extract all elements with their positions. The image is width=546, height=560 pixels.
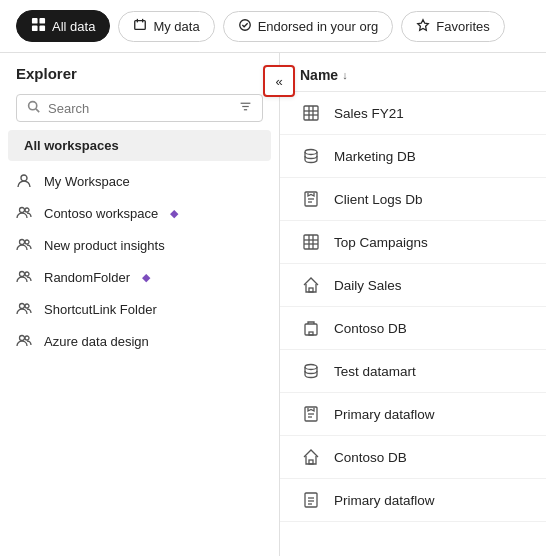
svg-rect-47 [309, 332, 313, 335]
tab-my-data[interactable]: My data [118, 11, 214, 42]
search-box [16, 94, 263, 122]
sidebar-item-random[interactable]: RandomFolder ◆ [0, 261, 279, 293]
svg-rect-4 [135, 20, 146, 29]
sidebar-item-my-workspace[interactable]: My Workspace [0, 165, 279, 197]
sort-icon: ↓ [342, 69, 348, 81]
search-container [0, 90, 279, 130]
diamond-icon: ◆ [170, 207, 178, 220]
tab-my-data-label: My data [153, 19, 199, 34]
house-icon-2 [300, 448, 322, 466]
sidebar: Explorer « All worksp [0, 53, 280, 556]
data-item-contoso-db-2[interactable]: Contoso DB [280, 436, 546, 479]
svg-point-48 [305, 365, 317, 370]
svg-point-18 [25, 240, 29, 244]
grid-icon-2 [300, 233, 322, 251]
group-icon-new-product [16, 237, 34, 253]
svg-rect-52 [309, 460, 313, 464]
data-item-client-logs[interactable]: Client Logs Db [280, 178, 546, 221]
svg-rect-40 [305, 324, 317, 335]
db-icon-1 [300, 147, 322, 165]
item-label: Sales FY21 [334, 106, 404, 121]
svg-point-23 [20, 336, 25, 341]
grid-icon-1 [300, 104, 322, 122]
all-workspaces-item[interactable]: All workspaces [8, 130, 271, 161]
name-column-header[interactable]: Name ↓ [300, 67, 348, 83]
group-icon-azure [16, 333, 34, 349]
person-icon [16, 173, 34, 189]
data-item-test-datamart[interactable]: Test datamart [280, 350, 546, 393]
top-nav: All data My data Endorsed in your org Fa… [0, 0, 546, 53]
tab-endorsed[interactable]: Endorsed in your org [223, 11, 394, 42]
svg-rect-3 [39, 25, 45, 31]
item-label: Top Campaigns [334, 235, 428, 250]
svg-point-14 [21, 175, 27, 181]
data-item-top-campaigns[interactable]: Top Campaigns [280, 221, 546, 264]
svg-point-20 [25, 272, 29, 276]
svg-marker-8 [418, 19, 429, 30]
sidebar-item-label: ShortcutLink Folder [44, 302, 157, 317]
data-item-primary-dataflow[interactable]: Primary dataflow [280, 393, 546, 436]
collapse-icon: « [275, 74, 282, 89]
svg-rect-53 [305, 493, 317, 507]
group-icon-contoso [16, 205, 34, 221]
sidebar-item-shortcut[interactable]: ShortcutLink Folder [0, 293, 279, 325]
report-icon-2 [300, 405, 322, 423]
favorites-icon [416, 18, 430, 35]
sidebar-item-label: My Workspace [44, 174, 130, 189]
content-header: Name ↓ [280, 53, 546, 92]
item-label: Primary dataflow [334, 407, 435, 422]
doc-icon-1 [300, 491, 322, 509]
sidebar-item-label: New product insights [44, 238, 165, 253]
item-label: Marketing DB [334, 149, 416, 164]
svg-rect-2 [32, 25, 38, 31]
data-item-contoso-db[interactable]: Contoso DB [280, 307, 546, 350]
svg-rect-25 [304, 106, 318, 120]
all-data-icon [31, 17, 46, 35]
svg-rect-34 [304, 235, 318, 249]
svg-rect-0 [32, 18, 38, 24]
sidebar-item-label: RandomFolder [44, 270, 130, 285]
item-label: Contoso DB [334, 321, 407, 336]
search-input[interactable] [48, 101, 231, 116]
item-label: Daily Sales [334, 278, 402, 293]
tab-all-data-label: All data [52, 19, 95, 34]
my-data-icon [133, 18, 147, 35]
item-label: Contoso DB [334, 450, 407, 465]
item-label: Primary dataflow [334, 493, 435, 508]
content-area: Name ↓ Sales FY21 [280, 53, 546, 556]
svg-point-16 [25, 208, 29, 212]
svg-point-19 [20, 272, 25, 277]
tab-favorites[interactable]: Favorites [401, 11, 504, 42]
sidebar-item-label: Contoso workspace [44, 206, 158, 221]
data-item-daily-sales[interactable]: Daily Sales [280, 264, 546, 307]
svg-line-10 [36, 109, 39, 112]
svg-point-22 [25, 304, 29, 308]
filter-icon[interactable] [239, 100, 252, 116]
svg-point-30 [305, 150, 317, 155]
search-icon [27, 100, 40, 116]
sidebar-header: Explorer « [0, 53, 279, 90]
group-icon-random [16, 269, 34, 285]
data-item-marketing-db[interactable]: Marketing DB [280, 135, 546, 178]
endorsed-icon [238, 18, 252, 35]
svg-point-9 [29, 102, 37, 110]
collapse-button[interactable]: « [263, 65, 295, 97]
svg-point-17 [20, 240, 25, 245]
data-item-sales-fy21[interactable]: Sales FY21 [280, 92, 546, 135]
data-item-primary-dataflow-2[interactable]: Primary dataflow [280, 479, 546, 522]
sidebar-item-azure[interactable]: Azure data design [0, 325, 279, 357]
report-icon-1 [300, 190, 322, 208]
sidebar-item-label: Azure data design [44, 334, 149, 349]
tab-all-data[interactable]: All data [16, 10, 110, 42]
item-label: Test datamart [334, 364, 416, 379]
svg-point-21 [20, 304, 25, 309]
svg-point-24 [25, 336, 29, 340]
name-label: Name [300, 67, 338, 83]
diamond-icon-2: ◆ [142, 271, 150, 284]
sidebar-item-contoso[interactable]: Contoso workspace ◆ [0, 197, 279, 229]
building-icon-1 [300, 319, 322, 337]
tab-endorsed-label: Endorsed in your org [258, 19, 379, 34]
item-label: Client Logs Db [334, 192, 423, 207]
svg-rect-1 [39, 18, 45, 24]
sidebar-item-new-product[interactable]: New product insights [0, 229, 279, 261]
